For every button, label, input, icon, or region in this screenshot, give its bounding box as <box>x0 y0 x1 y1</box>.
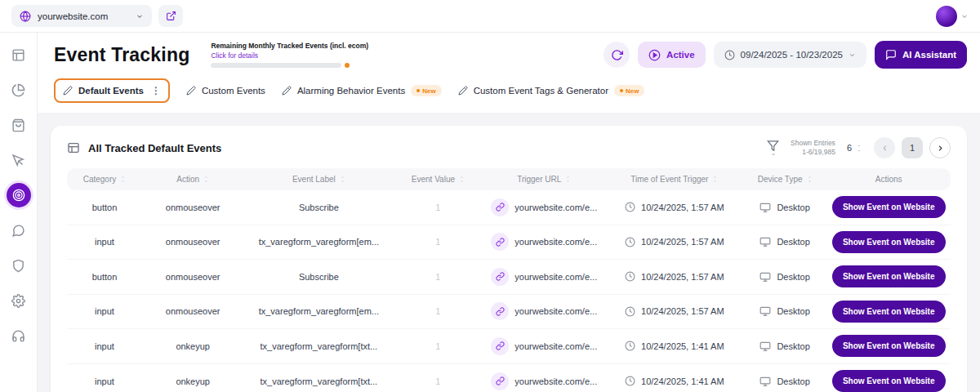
filter-icon[interactable] <box>767 140 779 157</box>
cell-action: onmouseover <box>142 203 243 212</box>
cell-category: input <box>67 237 142 247</box>
cell-event-label: Subscribe <box>243 272 394 282</box>
cell-actions: Show Event on Website <box>826 301 950 323</box>
sidebar-item-clicks[interactable] <box>7 148 31 172</box>
cell-trigger-time: 10/24/2025, 1:41 AM <box>606 376 743 386</box>
cell-trigger-url: yourwebsite.com/e... <box>483 337 606 355</box>
show-event-button[interactable]: Show Event on Website <box>832 301 946 323</box>
cell-trigger-time: 10/24/2025, 1:57 AM <box>606 271 743 282</box>
show-event-button[interactable]: Show Event on Website <box>832 265 946 287</box>
cell-trigger-url: yourwebsite.com/e... <box>483 302 606 320</box>
link-icon[interactable] <box>491 302 509 320</box>
chat-icon <box>885 49 897 60</box>
show-event-button[interactable]: Show Event on Website <box>832 196 946 218</box>
column-header[interactable]: Time of Event Trigger <box>606 175 743 184</box>
refresh-button[interactable] <box>604 42 630 68</box>
clock-icon <box>625 376 635 386</box>
ai-assistant-button[interactable]: AI Assistant <box>875 41 967 69</box>
tab-label: Custom Events <box>202 86 265 96</box>
sidebar-item-settings[interactable] <box>7 288 31 313</box>
column-header[interactable]: Trigger URL <box>483 175 606 184</box>
status-label: Active <box>666 50 695 60</box>
tab-label: Custom Event Tags & Generator <box>474 86 608 96</box>
cell-event-value: 1 <box>394 306 482 316</box>
column-header[interactable]: Event Value <box>394 175 482 184</box>
link-icon[interactable] <box>491 233 509 251</box>
cell-actions: Show Event on Website <box>826 370 950 392</box>
tab-menu-dots-icon[interactable]: ⋮ <box>151 85 161 96</box>
column-header[interactable]: Actions <box>826 175 950 184</box>
date-range-label: 09/24/2025 - 10/23/2025 <box>741 50 843 60</box>
show-event-button[interactable]: Show Event on Website <box>832 370 946 392</box>
play-circle-icon <box>648 49 661 61</box>
pencil-icon <box>282 86 292 96</box>
event-tabs: Default Events ⋮ Custom Events Alarming … <box>38 72 980 113</box>
events-table-icon <box>67 141 80 154</box>
cell-device-type: Desktop <box>743 271 827 283</box>
cell-event-value: 1 <box>394 341 482 351</box>
sort-icon <box>120 176 126 183</box>
column-header[interactable]: Event Label <box>243 175 394 184</box>
quota-progress-bar <box>211 63 341 68</box>
show-event-button[interactable]: Show Event on Website <box>832 231 946 253</box>
shown-entries: Shown Entries 1-6/19,985 <box>791 139 835 158</box>
chevron-down-icon <box>849 51 856 59</box>
tab-alarming-behavior-events[interactable]: Alarming Behavior Events New <box>282 85 442 96</box>
page-number[interactable]: 1 <box>902 137 923 158</box>
next-page-button[interactable] <box>929 137 951 158</box>
column-header[interactable]: Device Type <box>743 175 827 184</box>
column-header[interactable]: Category <box>67 175 142 184</box>
link-icon[interactable] <box>491 198 509 216</box>
sidebar-item-support[interactable] <box>7 323 31 348</box>
desktop-icon <box>760 341 771 352</box>
clock-icon <box>724 50 735 60</box>
open-website-button[interactable] <box>158 5 183 27</box>
sidebar-item-dashboard[interactable] <box>7 42 31 67</box>
new-badge: New <box>614 85 644 96</box>
desktop-icon <box>760 305 771 317</box>
column-header[interactable]: Action <box>142 175 243 184</box>
sidebar-item-chat[interactable] <box>7 218 31 243</box>
new-badge: New <box>411 85 441 96</box>
sort-icon <box>712 176 718 183</box>
chevron-down-icon[interactable] <box>960 12 969 20</box>
sort-icon <box>565 176 571 183</box>
cell-device-type: Desktop <box>743 236 827 247</box>
previous-page-button[interactable] <box>874 137 895 158</box>
sidebar-item-privacy[interactable] <box>7 253 31 278</box>
sort-icon <box>807 176 813 183</box>
pencil-icon <box>458 86 468 96</box>
sidebar-item-ecommerce[interactable] <box>7 113 31 137</box>
date-range-selector[interactable]: 09/24/2025 - 10/23/2025 <box>714 42 866 68</box>
tracking-status-button[interactable]: Active <box>638 42 706 68</box>
site-selector[interactable]: yourwebsite.com <box>11 5 152 27</box>
cell-action: onmouseover <box>142 237 243 247</box>
cell-actions: Show Event on Website <box>826 265 950 287</box>
sort-icon <box>340 176 345 183</box>
avatar[interactable] <box>936 6 957 27</box>
clock-icon <box>625 341 635 351</box>
cell-event-label: tx_varegform_varegform[em... <box>243 237 394 247</box>
link-icon[interactable] <box>491 372 509 390</box>
sidebar-item-events[interactable] <box>7 183 31 207</box>
desktop-icon <box>760 376 771 387</box>
sidebar-item-analytics[interactable] <box>7 78 31 102</box>
cell-trigger-time: 10/24/2025, 1:57 AM <box>606 306 743 317</box>
cell-category: input <box>67 306 142 316</box>
link-icon[interactable] <box>491 337 509 355</box>
tab-default-events[interactable]: Default Events ⋮ <box>54 78 170 103</box>
link-icon[interactable] <box>491 268 509 286</box>
desktop-icon <box>760 236 771 247</box>
tab-custom-event-tags-generator[interactable]: Custom Event Tags & Generator New <box>458 85 645 96</box>
quota-label: Remaining Monthly Tracked Events (incl. … <box>211 42 368 50</box>
show-event-button[interactable]: Show Event on Website <box>832 335 946 357</box>
cell-action: onmouseover <box>142 272 243 282</box>
quota-details-link[interactable]: Click for details <box>211 51 368 60</box>
topbar: yourwebsite.com <box>0 0 980 33</box>
cell-event-value: 1 <box>394 272 482 282</box>
tab-custom-events[interactable]: Custom Events <box>186 86 265 96</box>
cell-category: input <box>67 341 142 351</box>
pencil-icon <box>63 86 73 96</box>
cell-trigger-time: 10/24/2025, 1:57 AM <box>606 202 743 212</box>
page-size-selector[interactable]: 6 <box>847 143 862 153</box>
